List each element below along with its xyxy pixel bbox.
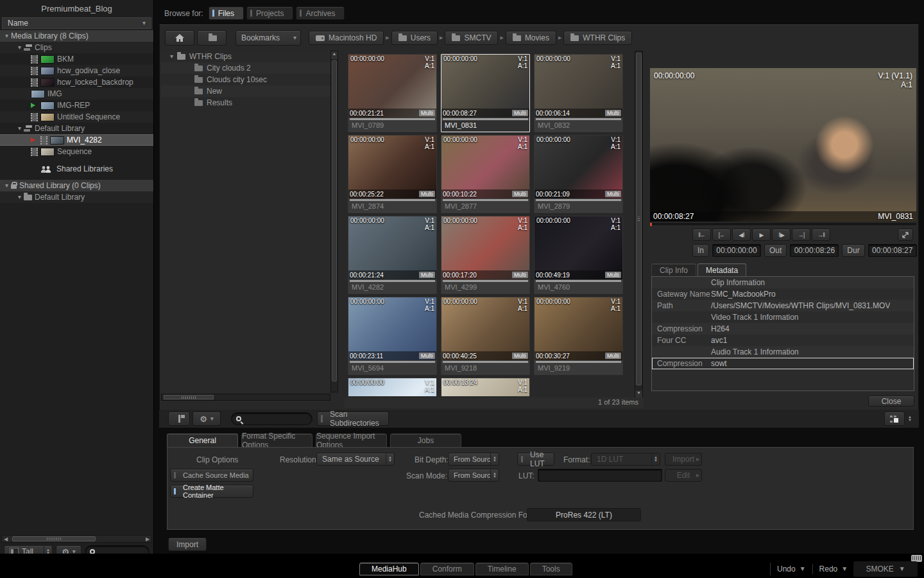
breadcrumb-users[interactable]: Users [391, 31, 438, 45]
cache-source-media-toggle[interactable]: Cache Source Media [170, 469, 253, 482]
cached-format-button[interactable]: ProRes 422 (LT) [527, 508, 641, 521]
clip-tile-mvi-0831[interactable]: 00:00:00:00 V:1A:1 00:00:08:27 Multi MVI… [441, 54, 530, 132]
expand-caret[interactable]: ▾ [5, 182, 8, 189]
expand-caret[interactable]: ▾ [5, 33, 8, 39]
go-to-first-frame-button[interactable]: ‖← [692, 229, 711, 241]
sidebar-item-bkm[interactable]: BKM [0, 53, 153, 65]
sidebar-item-sequence[interactable]: Sequence [0, 146, 153, 157]
bit-depth-dropdown[interactable]: From Source ▲▼ [448, 453, 499, 466]
thumbnail-size-spinner[interactable]: ▲▼ [906, 412, 914, 426]
go-to-last-frame-button[interactable]: →‖ [812, 229, 830, 241]
breadcrumb-macintosh-hd[interactable]: Macintosh HD [309, 31, 384, 45]
name-column-header[interactable]: Name ▾ [2, 17, 151, 29]
expand-preview-button[interactable] [898, 229, 913, 241]
step-forward-button[interactable]: ‖▶ [772, 229, 791, 241]
module-tab-conform[interactable]: Conform [420, 563, 474, 575]
lut-path-field[interactable] [538, 469, 662, 482]
sidebar-item-img[interactable]: IMG [0, 88, 153, 100]
filter-search-input[interactable] [244, 414, 307, 423]
clip-tile-mvi-2879[interactable]: 00:00:00:00 V:1A:1 00:00:21:09 Multi MVI… [534, 135, 623, 213]
module-tab-timeline[interactable]: Timeline [475, 563, 529, 575]
undo-button[interactable]: Undo [777, 565, 796, 574]
playhead-marker[interactable] [650, 223, 652, 226]
bookmarks-dropdown[interactable]: Bookmarks ▾ [235, 30, 301, 46]
go-to-out-point-button[interactable]: →] [792, 229, 810, 241]
clip-tile-partial[interactable]: 00:00:13:24 V:1A:1 [441, 378, 530, 396]
filter-search-field[interactable] [231, 412, 312, 425]
import-lut-button[interactable]: Import ▸ [665, 453, 702, 466]
tab-clip-info[interactable]: Clip Info [651, 263, 696, 276]
dur-button[interactable]: Dur [842, 244, 864, 257]
options-tab-general[interactable]: General [167, 434, 238, 448]
scroll-up-icon[interactable]: ▲ [331, 51, 338, 59]
sidebar-item-untitled-sequence[interactable]: Untitled Sequence [0, 111, 153, 123]
scroll-right-icon[interactable]: ▶ [144, 536, 151, 542]
expand-caret[interactable]: ▾ [18, 44, 21, 51]
scrollbar-thumb[interactable] [164, 395, 214, 399]
sidebar-item-shared-library-0-clips[interactable]: ▾Shared Library (0 Clips) [0, 180, 153, 191]
step-back-button[interactable]: ◀‖ [732, 229, 751, 241]
close-button[interactable]: Close [868, 396, 914, 407]
scrollbar-thumb[interactable] [12, 536, 96, 541]
browser-settings-button[interactable]: ⚙ ▾ [193, 412, 221, 426]
use-lut-toggle[interactable]: Use LUT [517, 453, 554, 466]
preview-timeline[interactable] [650, 223, 916, 226]
expand-caret[interactable]: ▾ [18, 194, 21, 200]
out-button[interactable]: Out [764, 244, 787, 257]
metadata-row-gateway-name[interactable]: Gateway Name SMC_MacbookPro [652, 288, 914, 300]
clip-tile-mvi-0789[interactable]: 00:00:00:00 V:1A:1 00:00:21:21 Multi MVI… [348, 54, 437, 132]
sidebar-item-img-rep[interactable]: IMG-REP [0, 100, 153, 111]
expand-caret[interactable]: ▾ [170, 53, 173, 60]
breadcrumb-movies[interactable]: Movies [506, 31, 556, 45]
create-matte-container-toggle[interactable]: Create Matte Container [170, 485, 253, 498]
sidebar-item-hcw-locked-backdrop[interactable]: hcw_locked_backdrop [0, 76, 153, 88]
video-preview[interactable]: 00:00:00:00 V:1 (V1.1) A:1 00:00:08:27 M… [650, 68, 916, 222]
app-menu-button[interactable]: SMOKE ▼ [853, 561, 918, 577]
breadcrumb-smctv[interactable]: SMCTV [445, 31, 498, 45]
undo-dropdown-icon[interactable]: ▼ [800, 566, 806, 572]
tab-metadata[interactable]: Metadata [697, 263, 746, 276]
metadata-row-path[interactable]: Path /Users/SMCTV/Movies/WTHR Clips/MVI_… [652, 300, 914, 311]
spinner-icon[interactable]: ▲▼ [490, 453, 499, 465]
go-to-in-point-button[interactable]: [← [712, 229, 731, 241]
in-timecode-field[interactable]: 00:00:00:00 [712, 244, 761, 257]
clip-tile-mvi-4282[interactable]: 00:00:00:00 V:1A:1 00:00:21:24 Multi MVI… [348, 216, 437, 294]
clip-tile-mvi-4299[interactable]: 00:00:00:00 V:1A:1 00:00:17:20 Multi MVI… [441, 216, 530, 294]
resolution-dropdown[interactable]: Same as Source ▲▼ [316, 453, 395, 466]
sidebar-item-default-library[interactable]: ▾Default Library [0, 191, 153, 203]
import-button[interactable]: Import [168, 538, 207, 551]
browse-tab-projects[interactable]: Projects [246, 6, 293, 20]
clip-tile-mvi-0832[interactable]: 00:00:00:00 V:1A:1 00:00:06:14 Multi MVI… [534, 54, 623, 132]
redo-dropdown-icon[interactable]: ▼ [841, 566, 848, 572]
clip-tile-mvi-4760[interactable]: 00:00:00:00 V:1A:1 00:00:49:19 Multi MVI… [534, 216, 623, 294]
module-tab-mediahub[interactable]: MediaHub [359, 563, 419, 575]
sidebar-item-clips[interactable]: ▾Clips [0, 42, 153, 53]
clip-tile-mvi-9218[interactable]: 00:00:00:00 V:1A:1 00:00:40:25 Multi MVI… [441, 297, 530, 375]
scrollbar-thumb[interactable] [332, 60, 337, 381]
folder-item-city-clouds-2[interactable]: City clouds 2 [161, 62, 330, 74]
scan-mode-dropdown[interactable]: From Source ▲▼ [448, 469, 499, 482]
scrollbar-thumb[interactable] [636, 53, 642, 385]
spinner-icon[interactable]: ▲▼ [386, 453, 394, 465]
clip-tile-mvi-2874[interactable]: 00:00:00:00 V:1A:1 00:00:25:22 Multi MVI… [348, 135, 437, 213]
thumbnail-view-button[interactable] [884, 412, 905, 426]
metadata-row-four-cc[interactable]: Four CC avc1 [652, 335, 914, 346]
options-tab-format-specific-options[interactable]: Format Specific Options [241, 434, 312, 448]
folder-tree-horizontal-scrollbar[interactable] [161, 394, 330, 401]
scroll-left-icon[interactable]: ◀ [2, 536, 10, 542]
sidebar-item-mvi-4282[interactable]: MVI_4282 [0, 134, 153, 146]
folder-item-new[interactable]: New [161, 85, 330, 97]
module-tab-tools[interactable]: Tools [530, 563, 572, 575]
breadcrumb-wthr-clips[interactable]: WTHR Clips [563, 31, 632, 45]
clip-grid-scrollbar[interactable]: ▼ [635, 51, 643, 399]
add-bookmark-button[interactable] [168, 412, 190, 426]
shared-libraries-button[interactable]: Shared Libraries [0, 162, 153, 176]
in-button[interactable]: In [692, 244, 709, 257]
folder-up-button[interactable]: ↑ [197, 30, 227, 46]
clip-tile-mvi-5694[interactable]: 00:00:00:00 V:1A:1 00:00:23:11 Multi MVI… [348, 297, 437, 375]
folder-item-wthr-clips[interactable]: ▾WTHR Clips [161, 51, 330, 62]
dur-timecode-field[interactable]: 00:00:08:27 [868, 244, 917, 257]
folder-item-clouds-city-10sec[interactable]: Clouds city 10sec [161, 74, 330, 85]
spinner-icon[interactable]: ▲▼ [490, 469, 499, 481]
folder-item-results[interactable]: Results [161, 97, 330, 109]
